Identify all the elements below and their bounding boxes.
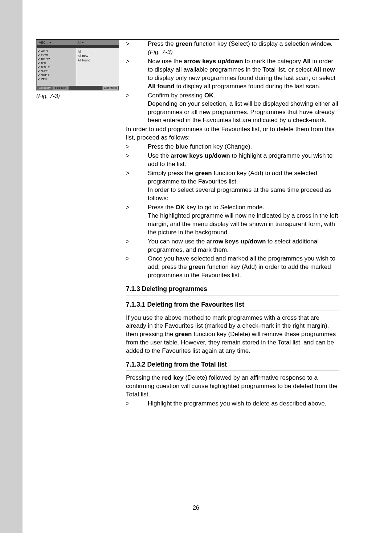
- all-dropdown: All ▾: [77, 40, 84, 45]
- bottom-rule: [36, 503, 339, 504]
- list-item: All found: [78, 58, 117, 62]
- step-text: Confirm by pressing OK.Depending on your…: [148, 92, 339, 125]
- page-number: 26: [0, 504, 392, 512]
- page: ABC... ▾ All ▾ ✓ARD ✓ORB ✓PRO7 ✓RTL ✓RTL…: [0, 0, 392, 533]
- step: > You can now use the arrow keys up/down…: [126, 238, 339, 254]
- selection-label: selection: [53, 86, 69, 90]
- step: > Press the green function key (Select) …: [126, 40, 339, 57]
- list-item: ✓ZDF: [37, 77, 74, 81]
- step-text: Press the green function key (Select) to…: [148, 40, 339, 57]
- bullet: >: [126, 238, 148, 254]
- list-item: ✓SAT1: [37, 69, 74, 73]
- step-text: Press the blue function key (Change).: [148, 143, 339, 151]
- list-item: ✓ARD: [37, 49, 74, 53]
- content: ABC... ▾ All ▾ ✓ARD ✓ORB ✓PRO7 ✓RTL ✓RTL…: [36, 39, 339, 409]
- bullet: >: [126, 40, 148, 57]
- main-column: > Press the green function key (Select) …: [126, 40, 339, 409]
- step-text: Use the arrow keys up/down to highlight …: [148, 152, 339, 169]
- list-item: ✓RTL: [37, 61, 74, 65]
- figure-body: ✓ARD ✓ORB ✓PRO7 ✓RTL ✓RTL 2 ✓SAT1 ✓SFB1 …: [37, 48, 119, 86]
- paragraph: Pressing the red key (Delete) followed b…: [126, 374, 339, 399]
- bullet: >: [126, 152, 148, 169]
- list-item: All new: [78, 54, 117, 58]
- paragraph: In order to add programmes to the Favour…: [126, 125, 339, 142]
- step: > Press the blue function key (Change).: [126, 143, 339, 151]
- list-item: ✓PRO7: [37, 57, 74, 61]
- paragraph: If you use the above method to mark prog…: [126, 314, 339, 356]
- list-item: ✓RTL 2: [37, 65, 74, 69]
- bullet: >: [126, 255, 148, 280]
- abc-dropdown: ABC... ▾: [37, 40, 53, 45]
- step: > Simply press the green function key (A…: [126, 169, 339, 203]
- step-text: Once you have selected and marked all th…: [148, 255, 339, 280]
- list-item: ✓ORB: [37, 53, 74, 57]
- category-label: Category: [37, 86, 53, 90]
- heading-713: 7.1.3 Deleting programmes: [126, 285, 339, 295]
- heading-7132: 7.1.3.2 Deleting from the Total list: [126, 360, 339, 371]
- bullet: >: [126, 400, 148, 408]
- bullet: >: [126, 143, 148, 151]
- step-text: Press the OK key to go to Selection mode…: [148, 203, 339, 237]
- step: > Highlight the programmes you wish to d…: [126, 400, 339, 408]
- figure-column: ABC... ▾ All ▾ ✓ARD ✓ORB ✓PRO7 ✓RTL ✓RTL…: [36, 40, 123, 100]
- step-text: Highlight the programmes you wish to del…: [148, 400, 339, 408]
- heading-7131: 7.1.3.1 Deleting from the Favourites lis…: [126, 300, 339, 311]
- options-list: All All new All found: [76, 48, 119, 86]
- step-text: You can now use the arrow keys up/down t…: [148, 238, 339, 254]
- step-text: Now use the arrow keys up/down to mark t…: [148, 57, 339, 91]
- list-item: ✓SFB1: [37, 73, 74, 77]
- figure-footer: Category selection Edit Mode: [37, 86, 119, 90]
- step: > Press the OK key to go to Selection mo…: [126, 203, 339, 237]
- step: > Use the arrow keys up/down to highligh…: [126, 152, 339, 169]
- step: > Now use the arrow keys up/down to mark…: [126, 57, 339, 91]
- figure-7-3: ABC... ▾ All ▾ ✓ARD ✓ORB ✓PRO7 ✓RTL ✓RTL…: [36, 40, 119, 90]
- list-item: All: [78, 49, 117, 54]
- channel-list: ✓ARD ✓ORB ✓PRO7 ✓RTL ✓RTL 2 ✓SAT1 ✓SFB1 …: [37, 48, 76, 86]
- step: > Once you have selected and marked all …: [126, 255, 339, 280]
- bullet: >: [126, 203, 148, 237]
- bullet: >: [126, 169, 148, 203]
- figure-caption: (Fig. 7-3): [36, 92, 123, 100]
- step-text: Simply press the green function key (Add…: [148, 169, 339, 203]
- left-sidebar: [0, 0, 23, 533]
- step: > Confirm by pressing OK.Depending on yo…: [126, 92, 339, 125]
- bullet: >: [126, 57, 148, 91]
- figure-header: ABC... ▾ All ▾: [37, 40, 119, 45]
- bullet: >: [126, 92, 148, 125]
- editmode-label: Edit Mode: [102, 86, 118, 90]
- figure-subbar: [37, 45, 119, 48]
